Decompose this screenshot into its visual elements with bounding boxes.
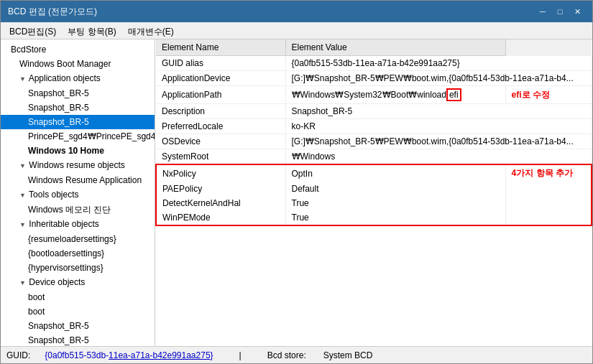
cell-guid-name: GUID alias	[156, 56, 285, 71]
cell-paepolicy-name: PAEPolicy	[156, 182, 285, 196]
row-nxpolicy[interactable]: NxPolicy OptIn 4가지 항목 추가	[156, 164, 592, 182]
cell-sysroot-value: ₩Windows	[285, 149, 592, 165]
tree-inheritable-objects[interactable]: ▼ Inheritable objects	[1, 217, 155, 232]
row-guid[interactable]: GUID alias {0a0fb515-53db-11ea-a71a-b42e…	[156, 56, 592, 71]
row-description[interactable]: Description Snapshot_BR-5	[156, 104, 592, 119]
status-bar: GUID: {0a0fb515-53db-11ea-a71a-b42e991aa…	[1, 346, 592, 363]
window-title: BCD 편집 (전문가모드)	[8, 6, 97, 18]
cell-appdevice-name: ApplicationDevice	[156, 71, 285, 86]
cell-detectkernel-value: True	[285, 196, 505, 210]
menu-bar: BCD편집(S) 부팅 항목(B) 매개변수(E)	[1, 22, 592, 39]
cell-detectkernel-annotation	[505, 196, 592, 210]
main-window: BCD 편집 (전문가모드) ─ □ ✕ BCD편집(S) 부팅 항목(B) 매…	[0, 0, 593, 364]
cell-locale-value: ko-KR	[285, 119, 592, 134]
status-divider: |	[239, 350, 242, 360]
minimize-button[interactable]: ─	[535, 5, 551, 18]
status-store-value: System BCD	[323, 350, 373, 360]
tree-boot-2[interactable]: boot	[1, 304, 155, 319]
tree-panel[interactable]: BcdStore Windows Boot Manager ▼ Applicat…	[1, 39, 155, 346]
cell-winpemode-value: True	[285, 210, 505, 225]
cell-appdevice-value: [G:]₩Snapshot_BR-5₩PEW₩boot.wim,{0a0fb51…	[285, 71, 592, 86]
cell-guid-value: {0a0fb515-53db-11ea-a71a-b42e991aa275}	[285, 56, 592, 71]
tree-windows-10-home[interactable]: Windows 10 Home	[1, 144, 155, 158]
cell-apppath-value: ₩Windows₩System32₩Boot₩winloadefi	[285, 86, 505, 104]
col-element-value: Element Value	[285, 39, 505, 56]
cell-detectkernel-name: DetectKernelAndHal	[156, 196, 285, 210]
cell-apppath-name: ApplicationPath	[156, 86, 285, 104]
row-appdevice[interactable]: ApplicationDevice [G:]₩Snapshot_BR-5₩PEW…	[156, 71, 592, 86]
cell-sysroot-name: SystemRoot	[156, 149, 285, 165]
cell-nxpolicy-annotation: 4가지 항목 추가	[505, 164, 592, 182]
tree-snapshot-br5-1[interactable]: Snapshot_BR-5	[1, 86, 155, 101]
tree-bcdstore[interactable]: BcdStore	[1, 42, 155, 57]
cell-nxpolicy-value: OptIn	[285, 164, 505, 182]
cell-locale-name: PreferredLocale	[156, 119, 285, 134]
tree-application-objects[interactable]: ▼ Application objects	[1, 71, 155, 86]
status-store-label: Bcd store:	[267, 350, 306, 360]
tree-windows-resume-objects[interactable]: ▼ Windows resume objects	[1, 158, 155, 173]
tree-boot-1[interactable]: boot	[1, 290, 155, 304]
col-annotation	[505, 39, 592, 56]
row-locale[interactable]: PreferredLocale ko-KR	[156, 119, 592, 134]
cell-osdevice-value: [G:]₩Snapshot_BR-5₩PEW₩boot.wim,{0a0fb51…	[285, 134, 592, 149]
cell-winpemode-annotation	[505, 210, 592, 225]
cell-winpemode-name: WinPEMode	[156, 210, 285, 225]
close-button[interactable]: ✕	[569, 5, 585, 18]
maximize-button[interactable]: □	[552, 5, 568, 18]
row-paepolicy[interactable]: PAEPolicy Default	[156, 182, 592, 196]
tree-princepe-sgd4[interactable]: PrincePE_sgd4₩PrincePE_sgd4	[1, 129, 155, 144]
row-apppath[interactable]: ApplicationPath ₩Windows₩System32₩Boot₩w…	[156, 86, 592, 104]
detail-table: Element Name Element Value GUID alias {0…	[155, 39, 592, 226]
cell-desc-value: Snapshot_BR-5	[285, 104, 592, 119]
tree-tools-objects[interactable]: ▼ Tools objects	[1, 187, 155, 202]
tree-hypervisorsettings[interactable]: {hypervisorsettings}	[1, 261, 155, 275]
tree-windows-boot-manager[interactable]: Windows Boot Manager	[1, 57, 155, 71]
window-controls: ─ □ ✕	[535, 5, 585, 18]
tree-resumeloadersettings[interactable]: {resumeloadersettings}	[1, 232, 155, 246]
title-bar: BCD 편집 (전문가모드) ─ □ ✕	[1, 1, 592, 22]
status-guid-label: GUID:	[6, 350, 30, 360]
tree-windows-memory-diagnostic[interactable]: Windows 메모리 진단	[1, 202, 155, 217]
tree-dev-snapshot-br5-2[interactable]: Snapshot_BR-5	[1, 333, 155, 346]
menu-parameters[interactable]: 매개변수(E)	[122, 24, 180, 37]
tree-bootloadersettings[interactable]: {bootloadersettings}	[1, 246, 155, 261]
tree-snapshot-br5-3[interactable]: Snapshot_BR-5	[1, 115, 155, 129]
menu-boot-items[interactable]: 부팅 항목(B)	[62, 24, 121, 37]
row-osdevice[interactable]: OSDevice [G:]₩Snapshot_BR-5₩PEW₩boot.wim…	[156, 134, 592, 149]
tree-dev-snapshot-br5-1[interactable]: Snapshot_BR-5	[1, 319, 155, 333]
cell-nxpolicy-name: NxPolicy	[156, 164, 285, 182]
cell-desc-name: Description	[156, 104, 285, 119]
row-systemroot[interactable]: SystemRoot ₩Windows	[156, 149, 592, 165]
col-element-name: Element Name	[156, 39, 285, 56]
cell-osdevice-name: OSDevice	[156, 134, 285, 149]
table-container: Element Name Element Value GUID alias {0…	[155, 39, 592, 226]
tree-device-objects[interactable]: ▼ Device objects	[1, 275, 155, 290]
efi-highlight: efi	[446, 88, 461, 101]
content-area: BcdStore Windows Boot Manager ▼ Applicat…	[1, 39, 592, 346]
row-detectkernel[interactable]: DetectKernelAndHal True	[156, 196, 592, 210]
cell-paepolicy-annotation	[505, 182, 592, 196]
tree-windows-resume-application[interactable]: Windows Resume Application	[1, 173, 155, 187]
detail-panel: Element Name Element Value GUID alias {0…	[155, 39, 592, 346]
row-winpemode[interactable]: WinPEMode True	[156, 210, 592, 225]
status-guid-value: {0a0fb515-53db-11ea-a71a-b42e991aa275}	[45, 350, 213, 360]
tree-snapshot-br5-2[interactable]: Snapshot_BR-5	[1, 101, 155, 115]
cell-apppath-annotation: efi로 수정	[505, 86, 592, 104]
menu-bcd-edit[interactable]: BCD편집(S)	[4, 24, 62, 37]
cell-paepolicy-value: Default	[285, 182, 505, 196]
